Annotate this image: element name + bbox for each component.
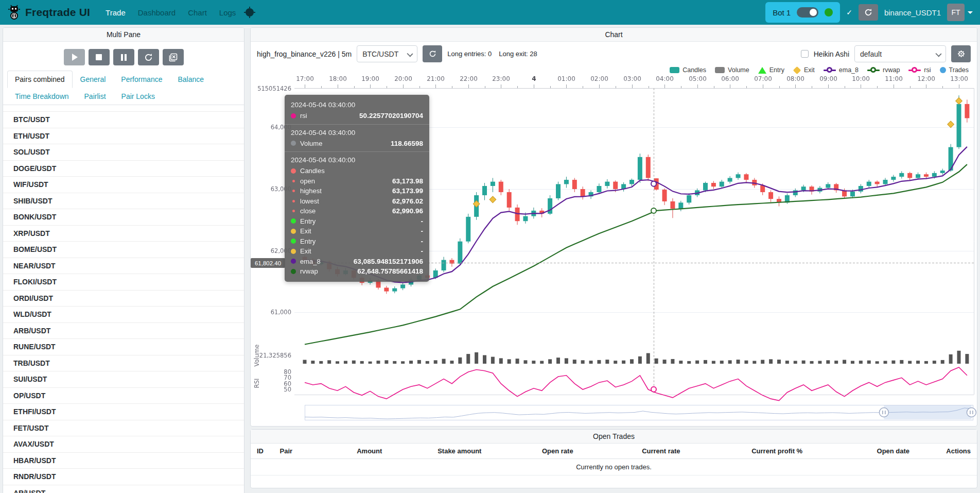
tooltip-row: Volume118.66598 — [291, 139, 423, 149]
legend-item-trades[interactable]: Trades — [940, 66, 969, 74]
pause-icon — [121, 54, 127, 61]
tooltip-series-label: Entry — [300, 236, 316, 247]
pair-list-item[interactable]: AR/USDT — [3, 485, 244, 493]
tab-general[interactable]: General — [73, 71, 114, 88]
series-dot-icon — [291, 218, 296, 224]
user-menu[interactable]: FT — [947, 4, 973, 21]
trades-swatch-icon — [940, 67, 946, 73]
legend-item-rvwap[interactable]: rvwap — [867, 66, 900, 74]
legend-item-candles[interactable]: Candles — [670, 66, 706, 74]
reload-bot-button[interactable] — [859, 4, 878, 21]
pair-list-item[interactable]: SOL/USDT — [3, 144, 244, 161]
tooltip-series-label: Exit — [300, 226, 311, 236]
pair-list-item[interactable]: HBAR/USDT — [3, 453, 244, 469]
long-exits-count: Long exit: 28 — [499, 50, 537, 58]
tooltip-series-label: Exit — [300, 246, 311, 257]
pair-list-item[interactable]: SHIB/USDT — [3, 193, 244, 210]
pair-list-item[interactable]: BONK/USDT — [3, 209, 244, 226]
reload-config-button[interactable] — [138, 49, 159, 65]
pair-list-item[interactable]: ARB/USDT — [3, 323, 244, 339]
pair-list: BTC/USDTETH/USDTSOL/USDTDOGE/USDTWIF/USD… — [3, 111, 244, 493]
ema_8-swatch-icon — [824, 67, 836, 73]
tab-balance[interactable]: Balance — [170, 71, 212, 88]
tab-pair-locks[interactable]: Pair Locks — [114, 88, 163, 105]
pause-bot-button[interactable] — [113, 49, 134, 65]
pair-list-item[interactable]: ETH/USDT — [3, 128, 244, 145]
series-dot-icon — [292, 210, 295, 212]
tooltip-series-label: Candles — [300, 166, 325, 176]
refresh-icon — [864, 8, 872, 16]
pair-list-item[interactable]: NEAR/USDT — [3, 258, 244, 275]
column-header-id: ID — [251, 444, 274, 459]
tab-time-breakdown[interactable]: Time Breakdown — [7, 88, 77, 105]
tooltip-section: 2024-05-04 03:40:00rsi50.22577020190704 — [285, 97, 429, 124]
tooltip-series-value: 62,990.96 — [392, 206, 423, 216]
tooltip-row: Candles — [291, 166, 423, 176]
legend-label: Volume — [728, 66, 749, 74]
entry-swatch-icon — [758, 67, 766, 74]
tooltip-series-label: open — [300, 176, 315, 186]
tooltip-section: 2024-05-04 03:40:00Candlesopen63,173.98h… — [285, 151, 429, 280]
chart-panel: Chart high_frog_binance_v226 | 5m BTC/US… — [250, 27, 977, 427]
nav-link-trade[interactable]: Trade — [99, 4, 132, 21]
pair-list-item[interactable]: BTC/USDT — [3, 112, 244, 128]
tooltip-series-value: - — [421, 216, 424, 227]
tooltip-series-label: close — [300, 206, 316, 216]
rsi-swatch-icon — [908, 67, 921, 73]
pair-list-item[interactable]: DOGE/USDT — [3, 161, 244, 177]
multi-pane-panel: Multi Pane Pairs combinedGeneralPerforma… — [3, 27, 244, 493]
pair-list-item[interactable]: FLOKI/USDT — [3, 274, 244, 291]
legend-item-exit[interactable]: Exit — [793, 66, 815, 74]
pair-list-item[interactable]: TRB/USDT — [3, 355, 244, 372]
forget-bot-button[interactable] — [163, 49, 184, 65]
tooltip-timestamp: 2024-05-04 03:40:00 — [291, 101, 423, 109]
legend-item-entry[interactable]: Entry — [758, 66, 784, 74]
pair-list-item[interactable]: RNDR/USDT — [3, 469, 244, 485]
pair-list-item[interactable]: BOME/USDT — [3, 242, 244, 258]
tooltip-row: lowest62,976.02 — [291, 196, 423, 207]
legend-label: Entry — [769, 66, 784, 74]
pair-list-item[interactable]: XRP/USDT — [3, 226, 244, 242]
series-dot-icon — [291, 113, 296, 118]
tooltip-row: Entry- — [291, 216, 423, 227]
column-header-actions: Actions — [916, 444, 977, 459]
pair-list-item[interactable]: ORDI/USDT — [3, 291, 244, 307]
signals-summary: Long entries: 0 Long exit: 28 — [447, 50, 537, 58]
heikin-ashi-checkbox[interactable] — [801, 50, 809, 58]
tooltip-series-label: rvwap — [300, 266, 318, 277]
tab-pairlist[interactable]: Pairlist — [77, 88, 114, 105]
pair-list-item[interactable]: WIF/USDT — [3, 177, 244, 193]
stop-bot-button[interactable] — [89, 49, 110, 65]
pair-list-item[interactable]: SUI/USDT — [3, 371, 244, 388]
nav-link-dashboard[interactable]: Dashboard — [132, 4, 182, 21]
chart-toolbar: high_frog_binance_v226 | 5m BTC/USDT Lon… — [251, 42, 977, 64]
nav-link-chart[interactable]: Chart — [182, 4, 213, 21]
bot-enable-toggle[interactable] — [797, 7, 818, 18]
nav-link-logs[interactable]: Logs — [213, 4, 242, 21]
pair-list-item[interactable]: OP/USDT — [3, 388, 244, 404]
pair-list-item[interactable]: WLD/USDT — [3, 307, 244, 323]
plot-config-select[interactable]: default — [854, 45, 946, 62]
brand[interactable]: Freqtrade UI — [7, 5, 90, 20]
pair-list-item[interactable]: FET/USDT — [3, 420, 244, 437]
open-trades-table: IDPairAmountStake amountOpen rateCurrent… — [251, 444, 977, 475]
theme-toggle-button[interactable] — [244, 7, 255, 18]
moon-icon — [244, 7, 255, 18]
pair-list-item[interactable]: ETHFI/USDT — [3, 404, 244, 420]
refresh-chart-button[interactable] — [423, 45, 442, 62]
pair-select[interactable]: BTC/USDT — [357, 45, 417, 62]
chart-area: 61,802.40 2024-05-04 03:40:00rsi50.22577… — [251, 75, 977, 423]
tab-pairs-combined[interactable]: Pairs combined — [7, 71, 73, 88]
top-navbar: Freqtrade UI TradeDashboardChartLogs Bot… — [0, 0, 980, 25]
tab-performance[interactable]: Performance — [113, 71, 170, 88]
tooltip-row: rvwap62,648.75785661418 — [291, 266, 423, 277]
plot-settings-button[interactable] — [951, 45, 971, 62]
pair-list-item[interactable]: AVAX/USDT — [3, 436, 244, 453]
legend-item-ema_8[interactable]: ema_8 — [824, 66, 859, 74]
bot-selector-chip[interactable]: Bot 1 — [765, 2, 840, 23]
start-bot-button[interactable] — [64, 49, 85, 65]
series-dot-icon — [292, 180, 295, 182]
legend-item-volume[interactable]: Volume — [715, 66, 749, 74]
legend-item-rsi[interactable]: rsi — [908, 66, 931, 74]
pair-list-item[interactable]: RUNE/USDT — [3, 339, 244, 355]
